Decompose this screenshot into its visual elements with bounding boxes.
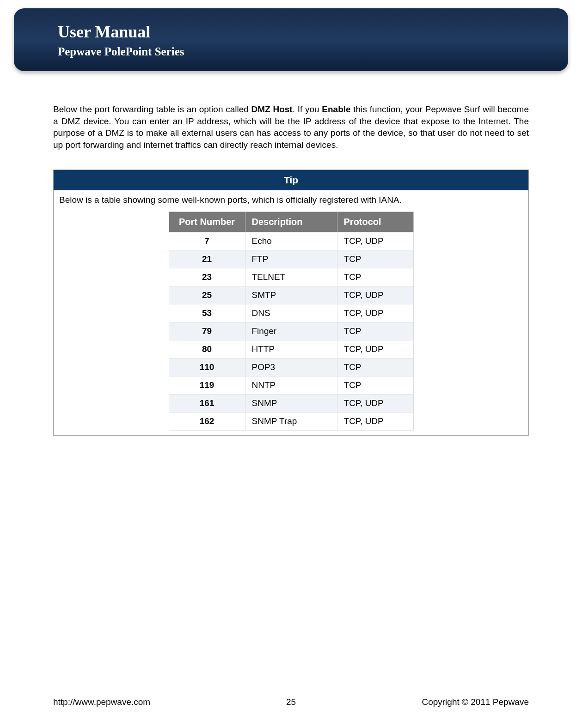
cell-port: 23 xyxy=(169,268,245,286)
table-row: 162 SNMP Trap TCP, UDP xyxy=(169,412,413,430)
cell-protocol: TCP xyxy=(337,250,413,268)
cell-protocol: TCP xyxy=(337,376,413,394)
cell-protocol: TCP xyxy=(337,358,413,376)
cell-port: 161 xyxy=(169,394,245,412)
cell-port: 7 xyxy=(169,232,245,250)
cell-desc: HTTP xyxy=(245,340,337,358)
header-title: User Manual xyxy=(58,22,547,42)
cell-port: 162 xyxy=(169,412,245,430)
cell-protocol: TCP, UDP xyxy=(337,304,413,322)
cell-desc: NNTP xyxy=(245,376,337,394)
cell-port: 25 xyxy=(169,286,245,304)
table-row: 80 HTTP TCP, UDP xyxy=(169,340,413,358)
footer-copyright: Copyright © 2011 Pepwave xyxy=(422,697,529,707)
cell-desc: SMTP xyxy=(245,286,337,304)
cell-protocol: TCP, UDP xyxy=(337,412,413,430)
cell-desc: DNS xyxy=(245,304,337,322)
cell-port: 110 xyxy=(169,358,245,376)
cell-port: 119 xyxy=(169,376,245,394)
cell-port: 21 xyxy=(169,250,245,268)
table-row: 25 SMTP TCP, UDP xyxy=(169,286,413,304)
table-header-row: Port Number Description Protocol xyxy=(169,212,413,232)
cell-desc: TELNET xyxy=(245,268,337,286)
th-protocol: Protocol xyxy=(337,212,413,232)
header-subtitle: Pepwave PolePoint Series xyxy=(58,45,547,58)
table-row: 23 TELNET TCP xyxy=(169,268,413,286)
cell-desc: Echo xyxy=(245,232,337,250)
table-row: 110 POP3 TCP xyxy=(169,358,413,376)
footer: http://www.pepwave.com 25 Copyright © 20… xyxy=(0,697,582,707)
footer-page-number: 25 xyxy=(286,697,296,707)
table-row: 79 Finger TCP xyxy=(169,322,413,340)
table-row: 161 SNMP TCP, UDP xyxy=(169,394,413,412)
header-banner: User Manual Pepwave PolePoint Series xyxy=(14,8,568,71)
cell-desc: Finger xyxy=(245,322,337,340)
table-row: 119 NNTP TCP xyxy=(169,376,413,394)
cell-desc: SNMP xyxy=(245,394,337,412)
table-row: 7 Echo TCP, UDP xyxy=(169,232,413,250)
cell-protocol: TCP, UDP xyxy=(337,286,413,304)
tip-box: Tip Below is a table showing some well-k… xyxy=(53,170,529,436)
content: Below the port forwarding table is an op… xyxy=(0,71,582,436)
body-paragraph: Below the port forwarding table is an op… xyxy=(53,103,529,151)
table-row: 53 DNS TCP, UDP xyxy=(169,304,413,322)
th-port-number: Port Number xyxy=(169,212,245,232)
bold-enable: Enable xyxy=(322,104,350,114)
cell-desc: FTP xyxy=(245,250,337,268)
cell-protocol: TCP xyxy=(337,322,413,340)
ports-table: Port Number Description Protocol 7 Echo … xyxy=(169,212,414,431)
cell-port: 53 xyxy=(169,304,245,322)
cell-protocol: TCP xyxy=(337,268,413,286)
cell-protocol: TCP, UDP xyxy=(337,340,413,358)
paragraph-text-2: . If you xyxy=(293,104,322,114)
table-body: 7 Echo TCP, UDP 21 FTP TCP 23 TELNET TCP… xyxy=(169,232,413,430)
table-row: 21 FTP TCP xyxy=(169,250,413,268)
bold-dmz-host: DMZ Host xyxy=(251,104,293,114)
tip-header: Tip xyxy=(54,170,528,190)
tip-description: Below is a table showing some well-known… xyxy=(54,190,528,212)
th-description: Description xyxy=(245,212,337,232)
footer-url: http://www.pepwave.com xyxy=(53,697,150,707)
cell-port: 79 xyxy=(169,322,245,340)
cell-protocol: TCP, UDP xyxy=(337,394,413,412)
cell-port: 80 xyxy=(169,340,245,358)
cell-protocol: TCP, UDP xyxy=(337,232,413,250)
paragraph-text-1: Below the port forwarding table is an op… xyxy=(53,104,251,114)
cell-desc: POP3 xyxy=(245,358,337,376)
cell-desc: SNMP Trap xyxy=(245,412,337,430)
